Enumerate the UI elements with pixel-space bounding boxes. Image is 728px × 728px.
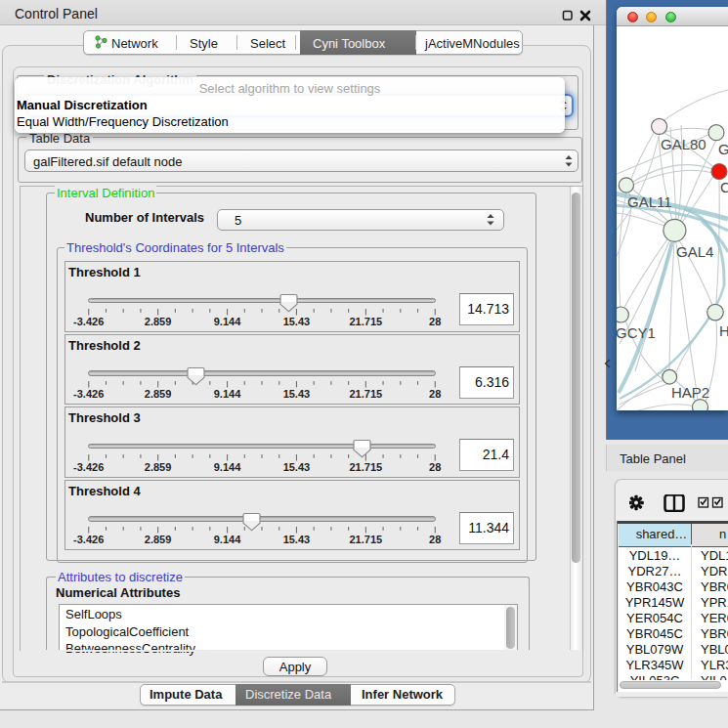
svg-text:GAL11: GAL11 [627, 193, 672, 210]
svg-text:G.: G. [718, 141, 728, 157]
svg-text:H: H [719, 322, 728, 339]
svg-text:C: C [720, 179, 728, 195]
svg-text:GAL80: GAL80 [661, 136, 707, 152]
svg-text:GCY1: GCY1 [617, 324, 656, 341]
svg-text:GAL4: GAL4 [676, 243, 713, 260]
svg-text:HAP2: HAP2 [671, 384, 709, 401]
